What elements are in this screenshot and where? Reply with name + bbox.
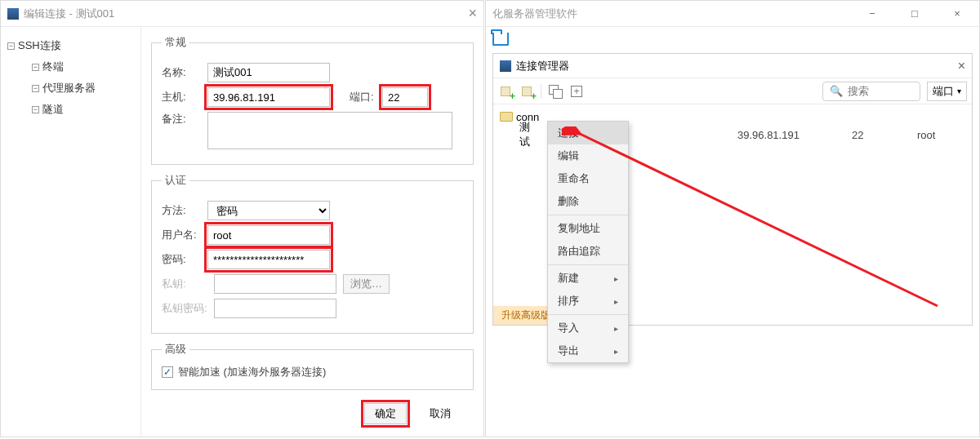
menu-import[interactable]: 导入▸ (548, 317, 628, 339)
search-input[interactable] (846, 84, 911, 98)
menu-new[interactable]: 新建▸ (548, 267, 628, 290)
name-input[interactable] (207, 63, 330, 82)
host-label: 主机: (162, 90, 207, 104)
menu-sort[interactable]: 排序▸ (548, 290, 628, 313)
close-icon[interactable]: × (942, 7, 973, 20)
new-conn-icon[interactable] (498, 84, 513, 99)
ok-button[interactable]: 确定 (364, 403, 407, 424)
expand-icon[interactable] (569, 84, 584, 99)
settings-tree: − SSH连接 − 终端 − 代理服务器 − 隧道 (1, 27, 141, 437)
port-dropdown[interactable]: 端口 ▾ (927, 82, 967, 101)
panel-title: 连接管理器 (516, 59, 569, 73)
keypass-label: 私钥密码: (162, 301, 214, 316)
context-menu: 连接 编辑 重命名 删除 复制地址 路由追踪 新建▸ 排序▸ 导入▸ 导出▸ (547, 121, 629, 363)
menu-connect[interactable]: 连接 (548, 122, 628, 144)
tree-item-tunnel[interactable]: − 隧道 (6, 99, 136, 120)
host-input[interactable] (207, 87, 330, 107)
method-select[interactable]: 密码 (207, 201, 330, 220)
tree-item-label: 隧道 (42, 102, 64, 117)
close-icon[interactable]: × (958, 59, 965, 73)
form-area: 常规 名称: 主机: 端口: 备注: 认证 (141, 27, 483, 437)
name-label: 名称: (162, 65, 207, 80)
maximize-icon[interactable]: □ (899, 7, 930, 20)
accel-checkbox-row[interactable]: ✓ 智能加速 (加速海外服务器连接) (162, 365, 463, 379)
browse-button: 浏览… (343, 274, 390, 294)
keypass-input (214, 299, 336, 318)
menu-copy-addr[interactable]: 复制地址 (548, 217, 628, 240)
chevron-right-icon: ▸ (614, 297, 618, 306)
port-btn-label: 端口 (933, 84, 954, 99)
menu-delete[interactable]: 删除 (548, 190, 628, 213)
menu-rename[interactable]: 重命名 (548, 167, 628, 190)
tree-item-terminal[interactable]: − 终端 (6, 56, 136, 78)
key-label: 私钥: (162, 277, 214, 291)
checkbox-checked-icon[interactable]: ✓ (162, 366, 173, 378)
menu-edit[interactable]: 编辑 (548, 144, 628, 167)
conn-host: 39.96.81.191 (737, 129, 852, 141)
pwd-input[interactable] (207, 250, 330, 269)
open-folder-bar[interactable] (486, 27, 979, 51)
port-label: 端口: (350, 90, 382, 104)
collapse-icon[interactable]: − (7, 42, 15, 50)
group-advanced-legend: 高级 (162, 342, 189, 357)
accel-label: 智能加速 (加速海外服务器连接) (178, 365, 326, 379)
main-titlebar[interactable]: 化服务器管理软件 − □ × (486, 1, 979, 27)
pwd-label: 密码: (162, 252, 207, 267)
open-folder-icon[interactable] (492, 33, 509, 46)
port-input[interactable] (382, 87, 428, 107)
user-label: 用户名: (162, 228, 207, 242)
collapse-icon: − (32, 106, 39, 113)
main-title: 化服务器管理软件 (492, 7, 577, 21)
panel-toolbar: 🔍 端口 ▾ (493, 78, 972, 104)
group-general-legend: 常规 (162, 35, 189, 50)
folder-icon (500, 112, 513, 122)
chevron-down-icon: ▾ (957, 86, 961, 95)
key-input (214, 274, 336, 294)
panel-titlebar[interactable]: 连接管理器 × (493, 54, 972, 78)
app-icon (500, 60, 511, 72)
chevron-right-icon: ▸ (614, 324, 618, 333)
note-label: 备注: (162, 112, 207, 126)
collapse-icon: − (32, 64, 39, 71)
app-icon (7, 8, 19, 20)
conn-name: 测试 (519, 120, 530, 149)
chevron-right-icon: ▸ (614, 347, 618, 356)
new-folder-icon[interactable] (519, 84, 534, 99)
duplicate-icon[interactable] (548, 84, 563, 99)
close-icon[interactable]: × (468, 5, 477, 22)
tree-item-label: 代理服务器 (42, 81, 96, 95)
search-box[interactable]: 🔍 (822, 82, 920, 101)
tree-root-ssh[interactable]: − SSH连接 (6, 35, 136, 56)
group-general: 常规 名称: 主机: 端口: 备注: (151, 35, 474, 165)
group-auth: 认证 方法: 密码 用户名: 密码: 私钥: (151, 173, 474, 334)
dialog-titlebar[interactable]: 编辑连接 - 测试001 × (1, 1, 483, 27)
tree-root-label: SSH连接 (18, 38, 61, 53)
menu-export[interactable]: 导出▸ (548, 339, 628, 362)
separator (541, 84, 541, 99)
tree-item-proxy[interactable]: − 代理服务器 (6, 78, 136, 99)
chevron-right-icon: ▸ (614, 274, 618, 283)
group-advanced: 高级 ✓ 智能加速 (加速海外服务器连接) (151, 342, 474, 390)
conn-user: root (917, 129, 980, 141)
method-label: 方法: (162, 203, 207, 218)
user-input[interactable] (207, 225, 330, 245)
group-auth-legend: 认证 (162, 173, 189, 188)
minimize-icon[interactable]: − (857, 7, 888, 20)
menu-trace[interactable]: 路由追踪 (548, 240, 628, 263)
note-input[interactable] (207, 112, 452, 149)
conn-port: 22 (852, 129, 917, 141)
edit-connection-dialog: 编辑连接 - 测试001 × − SSH连接 − 终端 − 代理服务器 − 隧道 (0, 0, 484, 437)
search-icon: 🔍 (830, 85, 843, 97)
collapse-icon: − (32, 85, 39, 92)
tree-item-label: 终端 (42, 60, 64, 74)
cancel-button[interactable]: 取消 (420, 403, 461, 424)
dialog-title: 编辑连接 - 测试001 (24, 7, 114, 21)
